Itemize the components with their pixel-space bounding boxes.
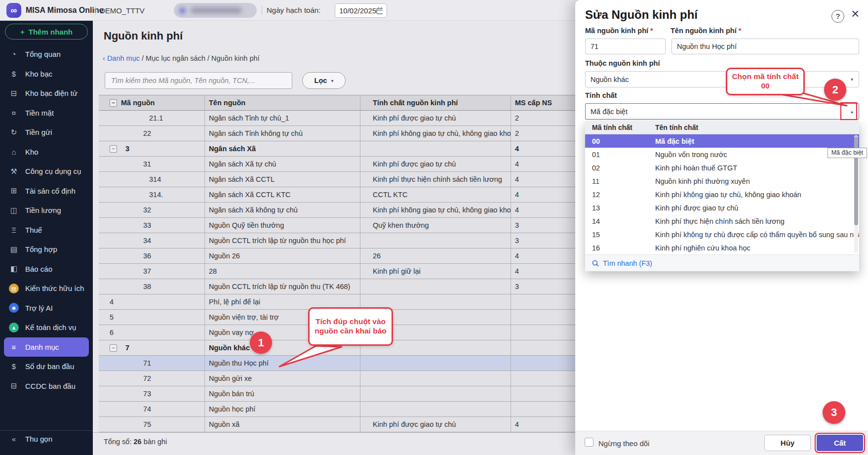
divider xyxy=(262,6,262,15)
sidebar-item[interactable]: ≡ Danh mục xyxy=(4,337,89,357)
dropdown-option[interactable]: 15 Kinh phí không tự chủ được cấp có thẩ… xyxy=(585,228,859,241)
step1-badge: 1 xyxy=(250,331,272,354)
dropdown-option[interactable]: 00 Mã đặc biệt xyxy=(585,134,859,148)
page-title: Nguồn kinh phí xyxy=(104,30,183,42)
sidebar-item[interactable]: ↻ Tiền gửi xyxy=(0,123,93,142)
sidebar-item-icon: Ξ xyxy=(9,226,19,234)
table-row[interactable]: − 72 Nguồn gửi xe xyxy=(99,371,622,386)
table-row[interactable]: − 32 Ngân sách Xã không tự chủ Kinh phí … xyxy=(99,203,622,218)
tenant-name: DEMO_TTTV xyxy=(100,6,145,15)
sidebar-item-icon: ◔ xyxy=(9,50,19,58)
table-row[interactable]: − 74 Nguồn học phí xyxy=(99,402,622,417)
sidebar-item[interactable]: ☻ Trợ lý AI xyxy=(0,298,93,318)
sidebar-item-label: CCDC ban đầu xyxy=(25,382,76,390)
source-name: Nguồn xã xyxy=(209,420,239,428)
dropdown-option[interactable]: 13 Kinh phí được giao tự chủ xyxy=(585,201,859,214)
name-field[interactable] xyxy=(671,39,859,54)
dropdown-option[interactable]: 11 Nguồn kinh phí thường xuyên xyxy=(585,174,859,188)
quick-search-button[interactable]: Tìm nhanh (F3) xyxy=(585,254,859,271)
code-field[interactable] xyxy=(585,39,666,54)
table-row[interactable]: − 3 Ngân sách Xã 4 xyxy=(99,141,622,157)
table-row[interactable]: − 314 Ngân sách Xã CCTL Kinh phí thực hi… xyxy=(99,172,622,187)
table-row[interactable]: − 22 Ngân sách Tỉnh không tự chủ Kinh ph… xyxy=(99,126,622,141)
sidebar-item[interactable]: ▲ Kế toán dịch vụ xyxy=(0,318,93,337)
table-row[interactable]: − 21.1 Ngân sách Tỉnh tự chủ_1 Kinh phí … xyxy=(99,111,622,126)
quick-add-button[interactable]: + Thêm nhanh xyxy=(5,24,88,40)
sidebar-item[interactable]: ▤ Tổng hợp xyxy=(0,240,93,259)
table-row[interactable]: − 71 Nguồn thu Học phí xyxy=(99,356,622,371)
collapse-sidebar-icon: « xyxy=(9,435,19,443)
name-cell: Nguồn gửi xe xyxy=(205,371,360,386)
source-name: Ngân sách Xã tự chủ xyxy=(209,160,276,168)
sidebar-menu: ◔ Tổng quan $ Kho bạc ⊟ Kho bạc điện tử … xyxy=(0,44,93,396)
sidebar-item[interactable]: $ Số dư ban đầu xyxy=(0,357,93,376)
posting-date-input[interactable]: 10/02/2025 xyxy=(335,3,387,18)
source-name: Nguồn Quỹ tiền thưởng xyxy=(209,221,284,229)
sidebar-item-label: Kiến thức hữu ích xyxy=(25,284,84,292)
stop-tracking-checkbox[interactable] xyxy=(585,438,593,447)
parent-source-select[interactable]: Nguồn khác ▾ xyxy=(585,71,859,87)
dropdown-option[interactable]: 16 Kinh phí nghiên cứu khoa học xyxy=(585,241,859,254)
table-row[interactable]: − 75 Nguồn xã Kinh phí được giao tự chủ … xyxy=(99,417,622,432)
search-input[interactable] xyxy=(105,72,292,89)
code-cell: − 33 xyxy=(99,218,205,233)
step1-callout: Tích đúp chuột vào nguồn cần khai báo xyxy=(308,307,393,346)
nature-cell: Kinh phí giữ lại xyxy=(360,264,511,279)
table-header: −Mã nguồn Tên nguồn Tính chất nguồn kinh… xyxy=(99,95,622,111)
nature-cell xyxy=(360,371,511,386)
select-all-checkbox[interactable]: − xyxy=(110,99,117,107)
code-cell: − 314. xyxy=(99,187,205,202)
close-icon[interactable]: × xyxy=(851,6,859,22)
code-cell: − 38 xyxy=(99,279,205,294)
source-name: Ngân sách Tỉnh không tự chủ xyxy=(209,129,303,137)
sidebar-item[interactable]: ◧ Báo cáo xyxy=(0,259,93,279)
sidebar-item[interactable]: Ξ Thuế xyxy=(0,220,93,240)
cancel-button[interactable]: Hủy xyxy=(764,435,811,451)
table-row[interactable]: − 33 Nguồn Quỹ tiền thưởng Quỹ khen thưở… xyxy=(99,218,622,233)
sidebar-item[interactable]: ⚒ Công cụ dụng cụ xyxy=(0,162,93,181)
table-row[interactable]: − 37 28 Kinh phí giữ lại 4 xyxy=(99,264,622,279)
sidebar-collapse-button[interactable]: « Thu gọn xyxy=(9,435,52,443)
sidebar-item[interactable]: ⊟ Kho bạc điện tử xyxy=(0,83,93,103)
source-name: Nguồn vay nợ xyxy=(209,329,254,336)
source-code: 22 xyxy=(143,129,151,137)
table-row[interactable]: − 314. Ngân sách Xã CCTL KTC CCTL KTC 4 xyxy=(99,187,622,203)
sidebar-item[interactable]: ⊟ CCDC ban đầu xyxy=(0,376,93,396)
step2-badge: 2 xyxy=(824,79,846,101)
code-cell: − 73 xyxy=(99,386,205,401)
nature-cell: Kinh phí không giao tự chủ, không giao k… xyxy=(360,203,511,217)
table-row[interactable]: − 36 Nguồn 26 26 4 xyxy=(99,248,622,264)
breadcrumb: ‹ Danh mục / Mục lục ngân sách / Nguồn k… xyxy=(103,54,260,62)
breadcrumb-back-link[interactable]: ‹ Danh mục xyxy=(103,54,140,62)
back-chevron-icon: ‹ xyxy=(103,54,105,62)
sidebar-item[interactable]: ¤ Tiền mặt xyxy=(0,103,93,123)
sidebar-item[interactable]: ⌂ Kho xyxy=(0,142,93,162)
table-row[interactable]: − 31 Ngân sách Xã tự chủ Kinh phí được g… xyxy=(99,157,622,172)
table-row[interactable]: − 73 Nguồn bán trú xyxy=(99,386,622,402)
nature-field-label: Tính chất xyxy=(585,91,617,99)
option-name: Kinh phí thực hiện chính sách tiền lương xyxy=(655,217,859,225)
code-cell: − 21.1 xyxy=(99,111,205,125)
option-code: 02 xyxy=(585,164,655,172)
dropdown-option[interactable]: 01 Nguồn vốn trong nước xyxy=(585,148,859,161)
step2-callout: Chọn mã tính chất 00 xyxy=(726,68,805,95)
dropdown-option[interactable]: 14 Kinh phí thực hiện chính sách tiền lư… xyxy=(585,214,859,228)
sidebar-item[interactable]: $ Kho bạc xyxy=(0,64,93,84)
calendar-icon xyxy=(376,7,383,14)
save-button[interactable]: Cất xyxy=(817,435,863,451)
collapse-row-icon[interactable]: − xyxy=(110,145,117,153)
sidebar-item[interactable]: ⊞ Tài sản cố định xyxy=(0,181,93,201)
sidebar-item-icon: ▤ xyxy=(9,284,19,293)
nature-dropdown: Mã tính chất Tên tính chất 00 Mã đặc biệ… xyxy=(585,121,859,271)
sidebar-item[interactable]: ◫ Tiền lương xyxy=(0,201,93,220)
sidebar-item-label: Tiền gửi xyxy=(25,128,52,136)
table-row[interactable]: − 34 Nguồn CCTL trích lập từ nguồn thu h… xyxy=(99,233,622,248)
dropdown-option[interactable]: 12 Kinh phí không giao tự chủ, không gia… xyxy=(585,188,859,201)
help-icon[interactable]: ? xyxy=(831,10,844,23)
dropdown-option[interactable]: 02 Kinh phí hoàn thuế GTGT xyxy=(585,161,859,174)
filter-button[interactable]: Lọc ▾ xyxy=(302,72,346,89)
sidebar-item[interactable]: ▤ Kiến thức hữu ích xyxy=(0,279,93,298)
collapse-row-icon[interactable]: − xyxy=(110,344,117,352)
table-row[interactable]: − 38 Nguồn CCTL trích lập từ nguồn thu (… xyxy=(99,279,622,294)
sidebar-item[interactable]: ◔ Tổng quan xyxy=(0,44,93,64)
